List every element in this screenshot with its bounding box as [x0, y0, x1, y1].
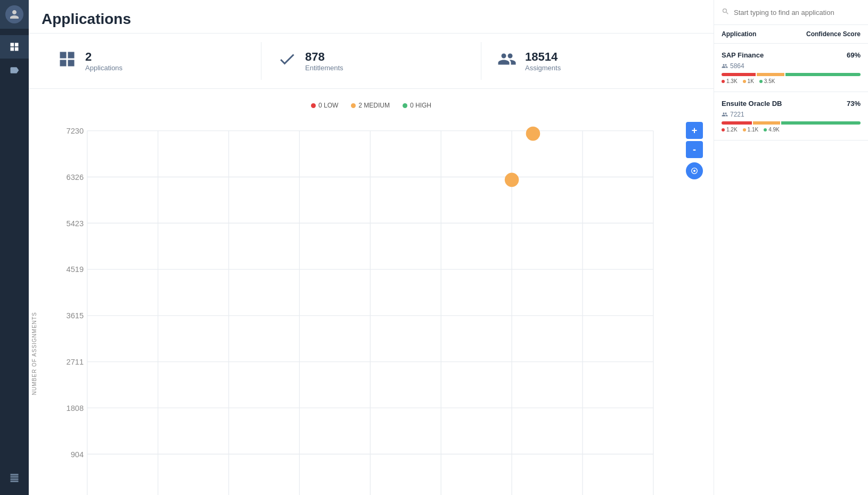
entitlements-count: 878 — [305, 50, 343, 64]
svg-text:7230: 7230 — [67, 127, 84, 135]
legend-low: 0 LOW — [311, 102, 338, 109]
bar-label-green: 3.5K — [759, 78, 775, 84]
svg-text:3615: 3615 — [67, 311, 84, 320]
dot-red — [722, 128, 725, 131]
chart-legend: 0 LOW 2 MEDIUM 0 HIGH — [29, 97, 714, 111]
bar-green — [785, 73, 861, 76]
app-name: Ensuite Oracle DB — [722, 100, 782, 108]
header: Applications — [29, 0, 714, 34]
stat-assignments-info: 18514 Assigments — [525, 50, 561, 72]
avatar-container — [0, 0, 29, 29]
app-user-count: 5864 — [730, 62, 744, 70]
search-box — [714, 0, 868, 25]
applications-label: Applications — [85, 64, 122, 72]
panel-header-confidence: Confidence Score — [806, 30, 861, 38]
bar-label-red: 1.3K — [722, 78, 738, 84]
sidebar-icon-table[interactable] — [0, 466, 29, 490]
legend-medium-dot — [351, 103, 356, 108]
svg-text:2711: 2711 — [67, 358, 84, 366]
app-item-header: Ensuite Oracle DB 73% — [722, 100, 861, 108]
legend-high-label: 0 HIGH — [410, 102, 431, 109]
assignments-count: 18514 — [525, 50, 561, 64]
bar-label-red-text: 1.2K — [726, 127, 738, 133]
list-item[interactable]: SAP Finance 69% 5864 1.3K 1K 3.5K — [714, 44, 868, 92]
bar-label-green-text: 4.9K — [768, 127, 780, 133]
bar-orange — [753, 121, 780, 125]
bar-label-green: 4.9K — [764, 127, 780, 133]
sidebar-icon-tag[interactable] — [0, 59, 29, 82]
applications-icon — [58, 50, 77, 72]
chart-plot-area: + - — [39, 111, 714, 495]
bar-red — [722, 121, 752, 125]
app-bar-labels: 1.3K 1K 3.5K — [722, 78, 861, 84]
right-panel: Application Confidence Score SAP Finance… — [714, 0, 868, 495]
panel-header-application: Application — [722, 30, 756, 38]
app-item-header: SAP Finance 69% — [722, 51, 861, 59]
assignments-icon — [497, 50, 517, 72]
legend-medium: 2 MEDIUM — [351, 102, 390, 109]
sidebar-nav — [0, 29, 29, 88]
bar-label-red-text: 1.3K — [726, 78, 738, 84]
legend-high: 0 HIGH — [403, 102, 431, 109]
svg-text:904: 904 — [71, 450, 84, 459]
applications-count: 2 — [85, 50, 122, 64]
svg-text:4519: 4519 — [67, 265, 84, 274]
panel-header: Application Confidence Score — [714, 25, 868, 44]
app-user-count: 7221 — [730, 111, 744, 118]
bar-label-orange: 1.1K — [743, 127, 759, 133]
legend-low-label: 0 LOW — [318, 102, 338, 109]
sidebar-icon-grid[interactable] — [0, 35, 29, 59]
svg-text:5423: 5423 — [67, 219, 84, 228]
y-axis-label: NUMBER OF ASSIGNMENTS — [29, 111, 39, 495]
dot-green — [759, 80, 763, 83]
sidebar — [0, 0, 29, 495]
entitlements-icon — [277, 50, 297, 72]
stat-entitlements-info: 878 Entitlements — [305, 50, 343, 72]
list-item[interactable]: Ensuite Oracle DB 73% 7221 1.2K 1.1K 4.9… — [714, 92, 868, 141]
bar-label-green-text: 3.5K — [764, 78, 775, 84]
svg-text:1808: 1808 — [67, 404, 84, 412]
entitlements-label: Entitlements — [305, 64, 343, 72]
bar-label-orange: 1K — [743, 78, 754, 84]
stat-applications: 2 Applications — [42, 42, 261, 80]
legend-low-dot — [311, 103, 316, 108]
search-input[interactable] — [734, 9, 861, 16]
search-icon — [722, 7, 730, 17]
chart-wrapper: NUMBER OF ASSIGNMENTS + - — [29, 111, 714, 495]
data-point-1[interactable] — [526, 127, 541, 141]
legend-medium-label: 2 MEDIUM — [358, 102, 390, 109]
stat-assignments: 18514 Assigments — [481, 42, 701, 80]
bar-label-red: 1.2K — [722, 127, 738, 133]
dot-green — [764, 128, 767, 131]
bar-green — [781, 121, 861, 125]
zoom-in-button[interactable]: + — [686, 122, 703, 139]
app-score: 73% — [847, 100, 861, 108]
dot-orange — [743, 128, 746, 131]
stats-row: 2 Applications 878 Entitlements 18514 As… — [29, 34, 714, 89]
app-score: 69% — [847, 51, 861, 59]
dot-orange — [743, 80, 746, 83]
svg-point-1 — [693, 170, 695, 172]
app-name: SAP Finance — [722, 51, 764, 59]
page-title: Applications — [42, 11, 701, 28]
app-bar — [722, 121, 861, 125]
sidebar-bottom — [0, 466, 29, 495]
zoom-controls: + - — [686, 122, 703, 179]
chart-container: 0 LOW 2 MEDIUM 0 HIGH NUMBER OF ASSIGNME… — [29, 89, 714, 495]
app-users: 7221 — [722, 111, 861, 118]
bar-red — [722, 73, 756, 76]
main-content: Applications 2 Applications 878 Entitlem… — [29, 0, 714, 495]
legend-high-dot — [403, 103, 407, 108]
assignments-label: Assigments — [525, 64, 561, 72]
app-bar — [722, 73, 861, 76]
dot-red — [722, 80, 725, 83]
zoom-out-button[interactable]: - — [686, 141, 703, 158]
bar-label-orange-text: 1.1K — [748, 127, 759, 133]
bar-orange — [757, 73, 784, 76]
avatar — [5, 5, 23, 23]
zoom-reset-button[interactable] — [686, 162, 703, 179]
stat-entitlements: 878 Entitlements — [261, 42, 481, 80]
chart-svg: 7230 6326 5423 4519 3615 2711 1808 904 0… — [45, 117, 682, 495]
data-point-2[interactable] — [505, 172, 519, 187]
svg-text:6326: 6326 — [67, 173, 84, 182]
